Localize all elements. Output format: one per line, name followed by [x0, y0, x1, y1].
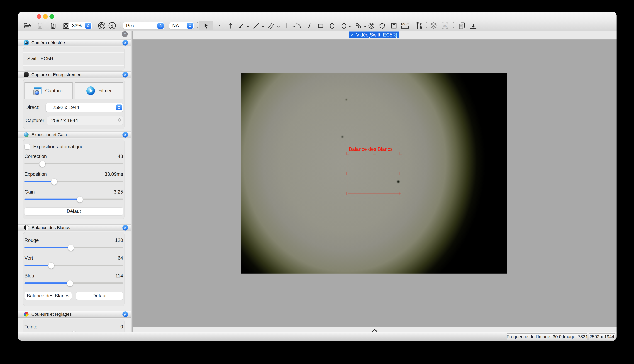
toolbar-separator [426, 22, 427, 29]
toolbar-separator [453, 22, 454, 29]
video-tab[interactable]: × Vidéo[Swift_EC5R] [349, 32, 399, 38]
traffic-light-minimize[interactable] [43, 14, 48, 19]
roi-handle[interactable] [400, 192, 402, 195]
layers-button[interactable] [428, 22, 439, 30]
content-area: « Caméra détectée Swift_EC5R [18, 30, 616, 332]
control-sidebar: « Caméra détectée Swift_EC5R [18, 30, 130, 332]
panel-colors-header[interactable]: Couleurs et réglages [18, 311, 130, 318]
slider-thumb[interactable] [51, 178, 57, 185]
collapse-panel-button[interactable] [122, 72, 128, 78]
concentric-circles-tool[interactable] [367, 22, 376, 30]
record-button-label: Filmer [98, 88, 112, 94]
white-balance-roi[interactable] [348, 153, 401, 194]
open-file-button[interactable] [22, 22, 32, 30]
collapse-panel-button[interactable] [122, 225, 128, 230]
arc-tool[interactable] [294, 22, 303, 30]
quick-save-button[interactable] [48, 22, 58, 30]
sidebar-collapse-button[interactable]: « [122, 31, 128, 37]
bottom-panel-toggle[interactable] [133, 327, 616, 332]
save-button[interactable] [36, 22, 45, 30]
red-slider[interactable] [24, 244, 123, 251]
roi-handle[interactable] [346, 192, 349, 195]
ellipse-icon [328, 22, 336, 30]
white-balance-icon [24, 225, 29, 230]
collapse-panel-button[interactable] [122, 312, 128, 317]
frame-rate-status: Fréquence de l'Image: 30.0,Image: 7831 [507, 334, 587, 340]
panel-camera-header[interactable]: Caméra détectée [18, 40, 130, 46]
copy-button[interactable] [456, 22, 467, 30]
roi-handle[interactable] [346, 152, 349, 155]
gain-value: 3.25 [114, 189, 123, 195]
panel-white-balance-header[interactable]: Balance des Blancs [18, 224, 130, 231]
unit-select[interactable]: Pixel [123, 22, 164, 29]
traffic-light-close[interactable] [37, 14, 41, 19]
export-image-button[interactable] [468, 22, 478, 30]
angle-tool[interactable] [237, 22, 250, 30]
roi-handle[interactable] [400, 172, 402, 175]
chevrons-up-icon [124, 226, 127, 230]
linked-circles-tool[interactable] [353, 22, 368, 30]
scale-bar-tool[interactable]: 10um [400, 22, 410, 30]
tab-label: Vidéo[Swift_EC5R] [356, 32, 397, 38]
collapse-panel-button[interactable] [122, 132, 128, 138]
slider-thumb[interactable] [48, 262, 54, 269]
parallel-lines-tool[interactable] [266, 22, 281, 30]
live-resolution-label: Direct: [26, 105, 46, 110]
ellipse-tool[interactable] [328, 22, 337, 30]
snap-resolution-select[interactable]: 2592 x 1944 [47, 116, 123, 125]
zoom-level-select[interactable]: 33% [68, 22, 92, 29]
live-resolution-select[interactable]: 2592 x 1944 [46, 103, 123, 112]
exposure-slider[interactable] [24, 178, 123, 185]
red-value: 120 [115, 238, 123, 243]
slider-thumb[interactable] [67, 280, 73, 286]
roi-handle[interactable] [373, 192, 376, 195]
video-canvas[interactable]: Balance des Blancs [133, 40, 616, 327]
calipers-tool[interactable] [414, 22, 424, 30]
roi-handle[interactable] [400, 152, 402, 155]
tab-close-icon[interactable]: × [351, 32, 354, 38]
roi-handle[interactable] [346, 172, 349, 175]
green-slider[interactable] [24, 262, 123, 269]
slider-thumb[interactable] [68, 245, 74, 251]
arrow-tool[interactable] [226, 22, 235, 30]
panel-capture-header[interactable]: Capture et Enregistrement [18, 72, 130, 78]
collapse-panel-button[interactable] [122, 40, 128, 46]
slider-thumb[interactable] [77, 196, 83, 202]
select-tool[interactable] [201, 22, 211, 30]
sidebar-splitter[interactable] [130, 30, 133, 332]
line-tool[interactable] [252, 22, 265, 30]
point-tool[interactable] [215, 22, 224, 30]
capture-button[interactable]: Capturer [24, 82, 72, 99]
white-balance-button[interactable]: Balance des Blancs [24, 292, 72, 300]
camera-device-row[interactable]: Swift_EC5R [23, 52, 124, 65]
polygon-icon [378, 22, 386, 30]
auto-exposure-checkbox[interactable] [24, 144, 30, 150]
record-button[interactable]: Filmer [75, 82, 123, 99]
blue-slider[interactable] [24, 279, 123, 287]
exposure-default-button[interactable]: Défaut [24, 208, 123, 215]
panel-colors: Couleurs et réglages Teinte 0 [18, 311, 130, 332]
panel-title: Couleurs et réglages [31, 312, 120, 317]
panel-exposure-header[interactable]: Exposition et Gain [18, 132, 130, 138]
text-tool[interactable] [389, 22, 398, 30]
rectangle-icon [316, 22, 325, 30]
live-video-frame[interactable]: Balance des Blancs [241, 73, 507, 274]
traffic-light-zoom[interactable] [50, 14, 54, 19]
title-bar: 33% [18, 12, 616, 31]
info-button[interactable] [107, 22, 117, 30]
correction-slider[interactable] [24, 160, 123, 167]
gain-slider[interactable] [24, 196, 123, 203]
panel-title: Caméra détectée [31, 40, 120, 45]
slider-thumb[interactable] [39, 161, 46, 167]
rectangle-tool[interactable] [316, 22, 325, 30]
settings-button[interactable] [97, 22, 107, 30]
scale-bar-label: 10um [400, 23, 409, 26]
roi-handle[interactable] [373, 152, 376, 155]
na-select[interactable]: NA [170, 22, 194, 29]
circle-tool[interactable] [339, 22, 353, 30]
export-csv-button[interactable]: CSV [440, 22, 450, 30]
curve-tool[interactable] [305, 22, 314, 30]
polygon-tool[interactable] [378, 22, 387, 30]
copy-icon [458, 21, 466, 30]
white-balance-default-button[interactable]: Défaut [76, 292, 123, 300]
